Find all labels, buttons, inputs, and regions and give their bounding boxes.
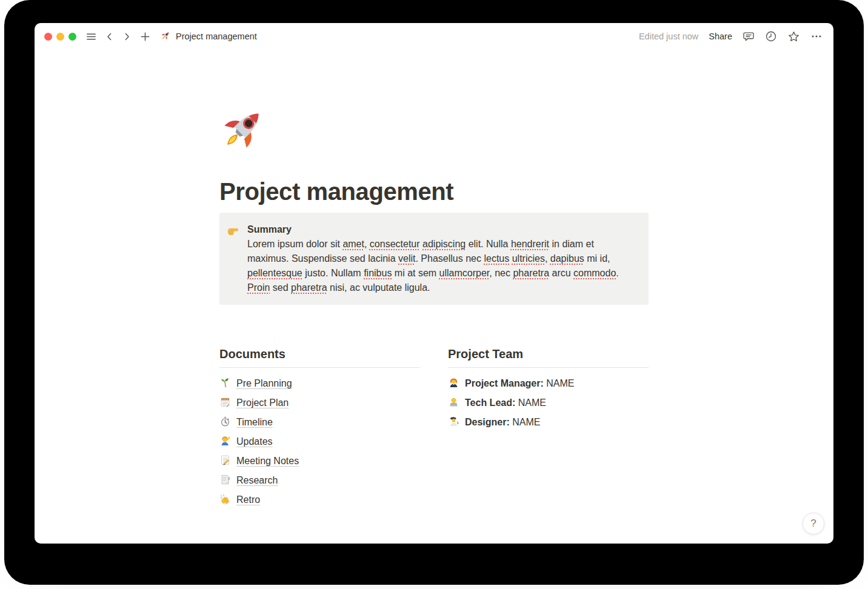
misspelled-word: adipiscing — [422, 239, 466, 249]
page-content: Project management Summary Lorem ipsu — [219, 50, 649, 510]
list-item: Meeting Notes — [219, 451, 420, 471]
doc-link-retro[interactable]: Retro — [236, 494, 260, 505]
doc-link-research[interactable]: Research — [236, 475, 278, 486]
team-member-text: Designer: NAME — [465, 417, 540, 428]
doc-link-project-plan[interactable]: Project Plan — [236, 398, 289, 408]
ellipsis-icon — [810, 30, 823, 42]
plus-icon — [139, 31, 151, 42]
callout-title: Summary — [247, 222, 636, 237]
more-button[interactable] — [810, 30, 823, 42]
doc-link-meeting-notes[interactable]: Meeting Notes — [236, 456, 299, 467]
summary-callout: Summary Lorem ipsum dolor sit amet, cons… — [219, 213, 649, 305]
team-role: Designer: — [465, 417, 510, 427]
misspelled-word: Proin — [247, 282, 270, 293]
misspelled-word: dapibus — [550, 253, 584, 264]
doc-link-timeline[interactable]: Timeline — [236, 417, 273, 428]
star-icon — [787, 30, 800, 43]
team-column: Project Team — [448, 347, 649, 510]
hamburger-icon — [85, 31, 97, 42]
forward-button[interactable] — [122, 32, 132, 42]
toolbar-right: Edited just now Share — [639, 30, 823, 43]
comment-icon — [743, 30, 755, 42]
team-member-text: Tech Lead: NAME — [465, 398, 546, 408]
misspelled-word: finibus — [364, 268, 392, 278]
misspelled-word: lectus — [484, 253, 509, 264]
text-segment: sed — [270, 282, 291, 293]
misspelled-word: amet — [342, 239, 364, 249]
misspelled-word: commodo — [573, 268, 616, 278]
artist-icon — [448, 416, 459, 430]
list-item: Project Manager: NAME — [448, 374, 649, 393]
callout-text: Summary Lorem ipsum dolor sit amet, cons… — [247, 222, 636, 295]
stopwatch-icon — [219, 416, 231, 430]
team-name: NAME — [512, 417, 540, 427]
misspelled-word: ullamcorper — [439, 268, 490, 278]
new-tab-button[interactable] — [139, 31, 151, 42]
history-button[interactable] — [765, 30, 777, 42]
text-segment: mi at sem — [392, 268, 439, 278]
breadcrumb-page-title[interactable]: Project management — [161, 30, 257, 43]
team-name: NAME — [518, 398, 546, 408]
app-window: Project management Edited just now Share — [35, 23, 833, 544]
list-item: Research — [219, 471, 420, 490]
chevron-left-icon — [104, 32, 115, 42]
list-item: Timeline — [219, 413, 420, 432]
team-heading: Project Team — [448, 347, 649, 361]
comments-button[interactable] — [743, 30, 755, 42]
page-icon-rocket[interactable] — [219, 103, 269, 153]
team-role: Tech Lead: — [465, 398, 515, 408]
callout-body[interactable]: Lorem ipsum dolor sit amet, consectetur … — [247, 237, 636, 295]
documents-list: Pre Planning — [219, 374, 420, 510]
spiral-notepad-icon — [219, 396, 231, 410]
list-item: Designer: NAME — [448, 413, 649, 432]
clapping-hands-icon — [219, 493, 231, 507]
misspelled-word: pharetra — [513, 268, 549, 278]
team-member-text: Project Manager: NAME — [465, 378, 575, 389]
sidebar-menu-button[interactable] — [85, 31, 97, 42]
text-segment: arcu — [549, 268, 573, 278]
misspelled-word: hendrerit — [511, 239, 549, 249]
help-button[interactable]: ? — [803, 513, 824, 534]
text-segment: justo. Nullam — [302, 268, 364, 278]
two-column-section: Documents Pre Planning — [219, 347, 649, 510]
misspelled-word: pellentesque — [247, 268, 302, 278]
list-item: Retro — [219, 490, 420, 510]
team-name: NAME — [546, 378, 574, 388]
memo-icon — [219, 454, 231, 468]
minimize-window-button[interactable] — [56, 33, 64, 41]
person-raising-hand-icon — [219, 435, 231, 449]
documents-column: Documents Pre Planning — [219, 347, 420, 510]
misspelled-word: pharetra — [291, 282, 327, 293]
text-segment: elit. Nulla — [466, 239, 511, 249]
clock-icon — [765, 30, 777, 42]
rocket-icon — [161, 30, 171, 43]
text-segment: nisi, ac vulputate ligula. — [327, 282, 430, 293]
woman-office-worker-icon — [448, 377, 459, 391]
text-segment: Lorem ipsum dolor sit — [247, 239, 342, 249]
close-window-button[interactable] — [44, 33, 52, 41]
text-segment: . Phasellus nec — [415, 253, 484, 264]
toolbar: Project management Edited just now Share — [35, 23, 833, 50]
back-button[interactable] — [104, 32, 115, 42]
text-segment: , nec — [489, 268, 513, 278]
misspelled-word: ultricies — [512, 253, 545, 264]
rocket-icon — [219, 144, 269, 155]
chevron-right-icon — [122, 32, 132, 42]
misspelled-word: velit — [398, 253, 415, 264]
technologist-icon — [448, 396, 459, 410]
list-item: Updates — [219, 432, 420, 451]
nav-cluster — [85, 31, 151, 42]
text-segment: mi id, — [584, 253, 610, 264]
divider — [448, 367, 649, 368]
zoom-window-button[interactable] — [68, 33, 76, 41]
pointing-right-hand-icon — [227, 222, 240, 239]
doc-link-pre-planning[interactable]: Pre Planning — [236, 378, 292, 389]
team-list: Project Manager: NAME — [448, 374, 649, 432]
page-title[interactable]: Project management — [219, 178, 649, 205]
favorite-button[interactable] — [787, 30, 800, 43]
doc-link-updates[interactable]: Updates — [236, 436, 273, 447]
seedling-icon — [219, 377, 231, 391]
share-button[interactable]: Share — [709, 32, 732, 41]
text-segment: . — [616, 268, 618, 278]
divider — [219, 367, 420, 368]
